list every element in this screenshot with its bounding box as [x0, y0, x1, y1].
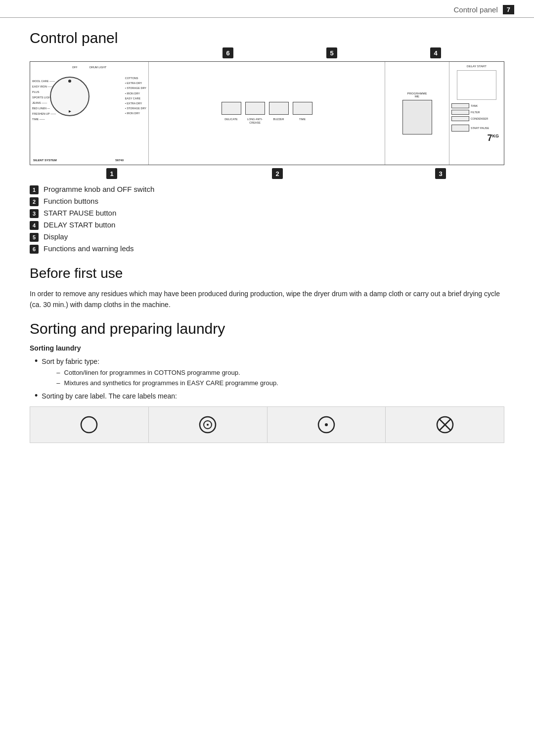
legend-item-3: 3 START PAUSE button: [30, 209, 504, 218]
legend-text-4: DELAY START button: [44, 221, 115, 229]
programme-knob-section: OFF DRUM LIGHT WOOL CARE —— EASY IRON ——…: [30, 62, 149, 165]
badge-1: 1: [106, 168, 117, 179]
start-pause-label: START PAUSE: [471, 127, 489, 130]
anti-crease-button[interactable]: [245, 102, 265, 115]
condenser-row: CONDENSER: [451, 116, 502, 121]
off-label: OFF DRUM LIGHT: [72, 66, 107, 69]
appliance-diagram-wrapper: 6 5 4 OFF DRUM LIGHT WOOL CARE —— EASY I…: [30, 61, 504, 165]
legend-item-2: 2 Function buttons: [30, 197, 504, 206]
svg-point-5: [325, 423, 328, 426]
svg-point-3: [207, 424, 209, 426]
circle-inner-dot-symbol: [316, 415, 336, 435]
appliance-diagram: OFF DRUM LIGHT WOOL CARE —— EASY IRON ——…: [30, 61, 504, 165]
legend-item-1: 1 Programme knob and OFF switch: [30, 185, 504, 194]
legend-item-4: 4 DELAY START button: [30, 221, 504, 230]
sorting-subtitle: Sorting laundry: [30, 344, 504, 352]
bullet-item-2: • Sorting by care label. The care labels…: [35, 391, 504, 401]
sorting-bullet-list: • Sort by fabric type: Cotton/linen for …: [35, 356, 504, 401]
legend-badge-6: 6: [30, 245, 39, 254]
tank-row: TANK: [451, 103, 502, 108]
filter-row: FILTER: [451, 110, 502, 115]
legend-text-2: Function buttons: [44, 197, 98, 205]
sub-text-2: Mixtures and synthetics for programmes i…: [64, 378, 278, 389]
legend-badge-1: 1: [30, 185, 39, 194]
legend-badge-2: 2: [30, 197, 39, 206]
before-first-use-title: Before first use: [30, 266, 504, 281]
delay-display: [457, 70, 496, 100]
start-pause-row: START PAUSE: [451, 125, 502, 132]
sub-list: Cotton/linen for programmes in COTTONS p…: [56, 368, 278, 389]
header-title: Control panel: [454, 5, 498, 14]
silent-system-label: SILENT SYSTEM: [33, 159, 57, 162]
start-pause-button[interactable]: [451, 125, 469, 132]
circle-cross-symbol: [435, 415, 455, 435]
delicate-label: DELICATE: [222, 118, 241, 125]
legend-list: 1 Programme knob and OFF switch 2 Functi…: [30, 185, 504, 254]
display-controls-section: PROGRAMMEME DELAY START TANK FILTER: [385, 62, 504, 165]
badge-4: 4: [430, 47, 441, 58]
sub-item-1: Cotton/linen for programmes in COTTONS p…: [56, 368, 278, 378]
bullet-dot-1: •: [35, 356, 38, 367]
legend-text-3: START PAUSE button: [44, 209, 116, 217]
before-first-use-body: In order to remove any residues which ma…: [30, 288, 504, 311]
svg-point-0: [81, 417, 97, 433]
sub-text-1: Cotton/linen for programmes in COTTONS p…: [64, 368, 240, 378]
legend-text-1: Programme knob and OFF switch: [44, 185, 154, 193]
bullet-dot-2: •: [35, 391, 38, 401]
legend-item-5: 5 Display: [30, 232, 504, 242]
bullet-text-2: Sorting by care label. The care labels m…: [42, 391, 177, 401]
badge-3: 3: [435, 168, 446, 179]
circle-dot-symbol: [198, 415, 218, 435]
delay-start-label: DELAY START: [451, 65, 502, 68]
right-controls: DELAY START TANK FILTER CONDENSER: [449, 62, 504, 165]
page-number: 7: [503, 5, 514, 14]
model-number: 56740: [115, 159, 124, 162]
care-symbol-1: [30, 407, 149, 443]
function-button-labels: DELICATE LONG ANTI-CREASE BUZZER TIME: [222, 118, 312, 125]
legend-badge-4: 4: [30, 221, 39, 230]
function-buttons-section: DELICATE LONG ANTI-CREASE BUZZER TIME: [149, 62, 385, 165]
main-content: Control panel 6 5 4 OFF DRUM LIGHT WOOL …: [0, 18, 534, 458]
badge-5: 5: [326, 47, 337, 58]
knob-right-labels: COTTONS • EXTRA DRY • STORAGE DRY • IRON…: [125, 76, 146, 116]
buzzer-label: BUZZER: [269, 118, 289, 125]
care-symbols-table: [30, 406, 504, 443]
filter-label: FILTER: [471, 111, 480, 114]
display-screen: [402, 100, 432, 134]
display-section: PROGRAMMEME: [385, 62, 449, 165]
bullet-text-1: Sort by fabric type:: [42, 357, 99, 365]
bullet-item-1: • Sort by fabric type: Cotton/linen for …: [35, 356, 504, 389]
circle-symbol: [79, 415, 99, 435]
page-header: Control panel 7: [0, 0, 534, 18]
condenser-label: CONDENSER: [471, 117, 488, 120]
control-panel-title: Control panel: [30, 30, 504, 46]
legend-badge-5: 5: [30, 233, 39, 242]
delicate-button[interactable]: [222, 102, 241, 115]
weight-display: 7KG: [451, 133, 502, 143]
long-anti-crease-label: LONG ANTI-CREASE: [245, 118, 265, 125]
badge-2: 2: [272, 168, 283, 179]
legend-text-5: Display: [44, 232, 68, 241]
time-button[interactable]: [293, 102, 312, 115]
badge-6: 6: [222, 47, 233, 58]
programme-knob[interactable]: ▸: [50, 77, 89, 116]
function-buttons-row: [222, 102, 312, 115]
buzzer-button[interactable]: [269, 102, 289, 115]
time-label: TIME: [293, 118, 312, 125]
legend-badge-3: 3: [30, 209, 39, 218]
sorting-title: Sorting and preparing laundry: [30, 320, 504, 337]
care-symbol-4: [386, 407, 504, 443]
care-symbol-3: [267, 407, 386, 443]
care-symbol-2: [149, 407, 267, 443]
tank-label: TANK: [471, 104, 478, 107]
sub-item-2: Mixtures and synthetics for programmes i…: [56, 378, 278, 389]
programme-label: PROGRAMMEME: [407, 92, 427, 98]
legend-text-6: Functions and warning leds: [44, 244, 134, 253]
legend-item-6: 6 Functions and warning leds: [30, 244, 504, 254]
